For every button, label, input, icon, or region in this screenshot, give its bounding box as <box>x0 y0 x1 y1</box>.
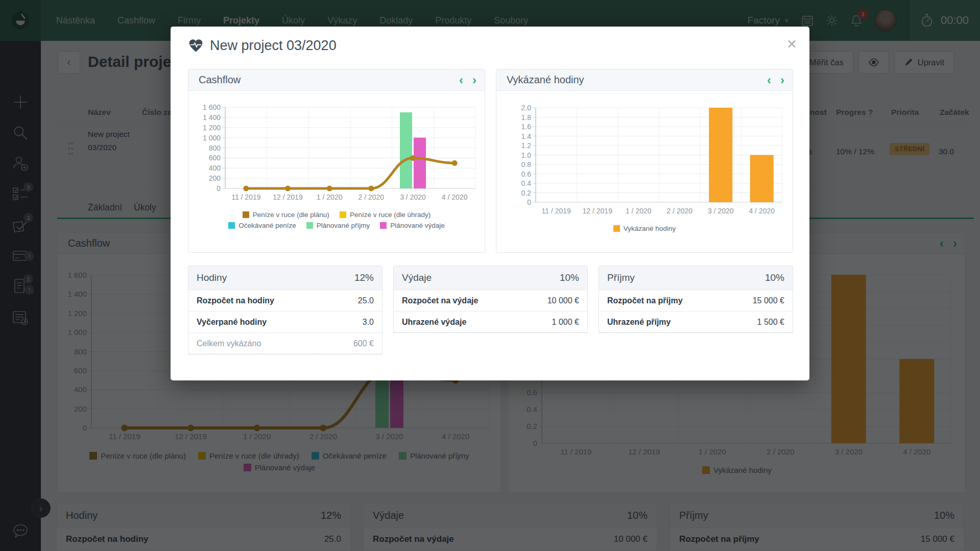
chart-legend: Vykázané hodiny <box>530 225 759 232</box>
legend-item: Peníze v ruce (dle úhrady) <box>340 211 431 219</box>
legend-swatch <box>306 222 313 229</box>
svg-text:1 / 2020: 1 / 2020 <box>317 193 343 201</box>
card-row: Rozpočet na příjmy15 000 € <box>599 290 793 312</box>
svg-text:1.4: 1.4 <box>521 132 532 140</box>
income-summary-card: Příjmy10% Rozpočet na příjmy15 000 €Uhra… <box>599 266 793 333</box>
legend-item: Plánované příjmy <box>306 222 370 229</box>
svg-text:2 / 2020: 2 / 2020 <box>358 193 385 201</box>
modal-cashflow-panel-header: Cashflow ‹› <box>188 69 485 91</box>
legend-item: Vykázané hodiny <box>613 225 676 232</box>
project-quick-view-modal: New project 03/2020 ✕ Cashflow ‹› 020040… <box>171 27 809 380</box>
svg-text:2 / 2020: 2 / 2020 <box>666 207 692 215</box>
svg-text:0.8: 0.8 <box>521 160 532 169</box>
card-percent: 10% <box>560 272 579 283</box>
legend-swatch <box>613 225 620 232</box>
close-icon[interactable]: ✕ <box>786 38 797 51</box>
chevron-right-icon[interactable]: › <box>472 74 476 86</box>
modal-hours-chart: 00.20.40.60.81.01.21.41.61.82.011 / 2019… <box>504 94 793 223</box>
svg-text:800: 800 <box>209 144 221 152</box>
chart-legend: Peníze v ruce (dle plánu)Peníze v ruce (… <box>222 211 451 229</box>
modal-cashflow-panel: Cashflow ‹› 02004006008001 0001 2001 400… <box>188 69 485 253</box>
legend-swatch <box>340 211 346 218</box>
legend-item: Peníze v ruce (dle plánu) <box>243 211 329 219</box>
card-header: Příjmy10% <box>599 266 793 290</box>
legend-swatch <box>243 211 249 218</box>
modal-title: New project 03/2020 <box>210 38 337 54</box>
card-row: Celkem vykázáno600 € <box>188 333 382 354</box>
svg-text:1.8: 1.8 <box>521 113 532 122</box>
modal-cashflow-chart: 02004006008001 0001 2001 4001 60011 / 20… <box>196 94 485 209</box>
chevron-left-icon[interactable]: ‹ <box>459 74 463 86</box>
svg-text:600: 600 <box>209 154 221 162</box>
expenses-summary-card: Výdaje10% Rozpočet na výdaje10 000 €Uhra… <box>393 266 588 333</box>
card-title: Hodiny <box>197 272 227 283</box>
svg-text:0: 0 <box>217 184 221 193</box>
modal-hours-panel-header: Vykázané hodiny ‹› <box>496 69 793 91</box>
panel-title: Vykázané hodiny <box>507 74 584 86</box>
svg-text:0: 0 <box>527 198 531 206</box>
svg-text:1.2: 1.2 <box>521 141 532 150</box>
svg-text:200: 200 <box>209 174 221 182</box>
svg-text:11 / 2019: 11 / 2019 <box>231 193 261 201</box>
svg-text:400: 400 <box>209 164 221 172</box>
svg-text:1 / 2020: 1 / 2020 <box>626 207 652 215</box>
svg-text:1 400: 1 400 <box>203 113 221 122</box>
svg-text:0.6: 0.6 <box>521 170 532 178</box>
svg-text:2.0: 2.0 <box>521 104 532 112</box>
legend-swatch <box>228 222 235 229</box>
svg-text:12 / 2019: 12 / 2019 <box>583 207 613 215</box>
svg-text:1.0: 1.0 <box>521 151 532 159</box>
svg-text:0.4: 0.4 <box>521 179 532 187</box>
modal-title-row: New project 03/2020 <box>188 38 337 54</box>
card-header: Hodiny12% <box>188 266 382 290</box>
legend-item: Plánované výdaje <box>380 222 445 229</box>
svg-text:11 / 2019: 11 / 2019 <box>542 207 571 215</box>
svg-text:1 000: 1 000 <box>203 134 221 142</box>
chevron-right-icon[interactable]: › <box>780 74 784 86</box>
hours-summary-card: Hodiny12% Rozpočet na hodiny25.0Vyčerpan… <box>188 266 383 354</box>
card-row: Vyčerpané hodiny3.0 <box>188 312 382 333</box>
svg-text:4 / 2020: 4 / 2020 <box>749 207 775 215</box>
card-row: Uhrazené výdaje1 000 € <box>394 312 587 333</box>
card-title: Výdaje <box>402 272 432 283</box>
panel-title: Cashflow <box>199 74 241 86</box>
svg-text:0.2: 0.2 <box>521 189 532 197</box>
card-row: Rozpočet na hodiny25.0 <box>188 290 382 312</box>
legend-item: Očekávané peníze <box>228 222 296 229</box>
card-header: Výdaje10% <box>394 266 587 290</box>
chevron-left-icon[interactable]: ‹ <box>767 74 771 86</box>
card-row: Uhrazené příjmy1 500 € <box>599 312 793 333</box>
svg-text:1 200: 1 200 <box>203 124 221 132</box>
svg-text:3 / 2020: 3 / 2020 <box>400 193 426 201</box>
heart-pulse-icon <box>188 38 204 54</box>
card-percent: 12% <box>354 272 374 283</box>
svg-text:4 / 2020: 4 / 2020 <box>442 193 468 201</box>
svg-text:1 600: 1 600 <box>203 103 221 111</box>
card-title: Příjmy <box>607 272 635 283</box>
svg-text:1.6: 1.6 <box>521 123 532 131</box>
legend-swatch <box>380 222 387 229</box>
svg-text:3 / 2020: 3 / 2020 <box>708 207 734 215</box>
modal-hours-panel: Vykázané hodiny ‹› 00.20.40.60.81.01.21.… <box>496 69 793 253</box>
card-percent: 10% <box>765 272 784 283</box>
card-row: Rozpočet na výdaje10 000 € <box>394 290 587 312</box>
svg-text:12 / 2019: 12 / 2019 <box>273 193 303 201</box>
